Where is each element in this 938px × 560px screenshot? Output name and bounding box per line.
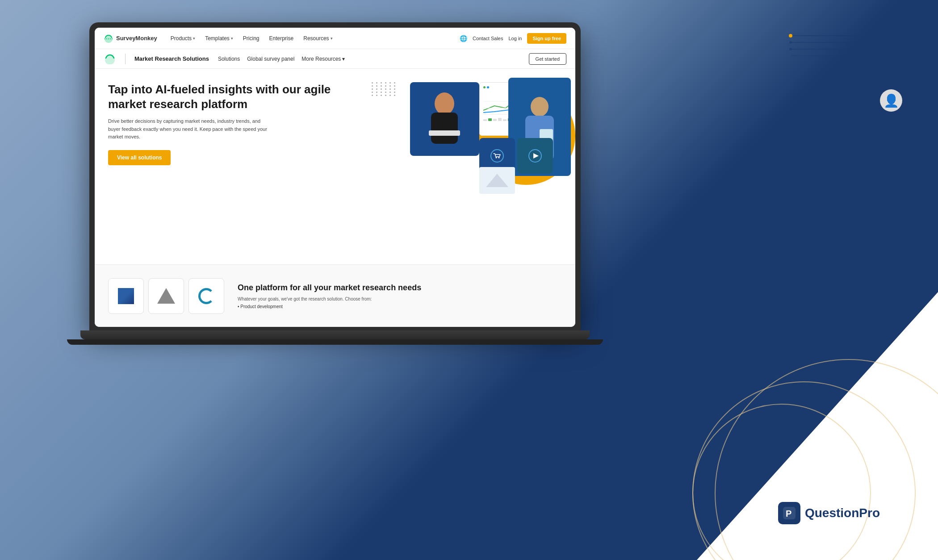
more-chevron: ▾ xyxy=(342,56,345,62)
dots-pattern xyxy=(484,171,511,189)
sub-logo-icon xyxy=(104,54,116,64)
collage-person1 xyxy=(410,82,479,156)
play-icon xyxy=(527,148,543,164)
avatar: 👤 xyxy=(880,89,902,112)
qp-text: QuestionPro xyxy=(805,506,880,520)
svg-rect-9 xyxy=(429,130,460,136)
person1-svg xyxy=(422,88,467,150)
sub-divider xyxy=(125,54,126,64)
hero-title: Tap into AI-fueled insights with our agi… xyxy=(108,82,346,111)
svg-point-17 xyxy=(495,157,497,159)
bottom-list: Product development xyxy=(238,304,562,309)
questionpro-logo: P QuestionPro xyxy=(778,502,880,524)
svg-point-4 xyxy=(789,34,792,38)
bottom-icons xyxy=(108,278,224,314)
legend-green xyxy=(483,86,486,88)
get-started-button[interactable]: Get started xyxy=(529,53,566,65)
svg-point-16 xyxy=(491,150,503,162)
nav-right: 🌐 Contact Sales Log in Sign up free xyxy=(460,33,566,44)
login-link[interactable]: Log in xyxy=(508,36,522,41)
triangle-icon xyxy=(157,288,175,304)
bottom-text: One platform for all your market researc… xyxy=(238,283,562,309)
laptop-bottom xyxy=(67,339,603,345)
laptop-body: SurveyMonkey Products ▾ Templates ▾ Pric… xyxy=(89,22,581,330)
svg-point-18 xyxy=(498,157,499,159)
logo-text: SurveyMonkey xyxy=(116,35,157,42)
laptop-screen: SurveyMonkey Products ▾ Templates ▾ Pric… xyxy=(95,28,575,327)
square-icon xyxy=(118,288,134,304)
logo[interactable]: SurveyMonkey xyxy=(104,34,157,43)
sub-nav-more[interactable]: More Resources ▾ xyxy=(302,56,345,62)
sub-nav-solutions[interactable]: Solutions xyxy=(218,56,240,62)
nav-pricing[interactable]: Pricing xyxy=(239,33,264,43)
hero-right xyxy=(359,69,575,264)
hero-description: Drive better decisions by capturing mark… xyxy=(108,117,269,141)
signup-button[interactable]: Sign up free xyxy=(527,33,566,44)
dot-grid-deco xyxy=(372,82,397,96)
sub-nav-panel[interactable]: Global survey panel xyxy=(247,56,294,62)
svg-text:P: P xyxy=(786,509,791,518)
sub-title: Market Research Solutions xyxy=(134,55,209,62)
svg-point-13 xyxy=(531,97,549,117)
products-chevron: ▾ xyxy=(193,36,195,41)
svg-point-5 xyxy=(789,41,792,44)
hero-left: Tap into AI-fueled insights with our agi… xyxy=(95,69,359,264)
templates-chevron: ▾ xyxy=(231,36,233,41)
bottom-subtitle: Whatever your goals, we've got the resea… xyxy=(238,297,562,301)
bottom-title: One platform for all your market researc… xyxy=(238,283,562,293)
svg-rect-8 xyxy=(431,113,458,144)
laptop: SurveyMonkey Products ▾ Templates ▾ Pric… xyxy=(89,22,581,357)
sub-logo xyxy=(104,54,116,64)
legend-blue xyxy=(487,86,489,88)
sub-nav-links: Solutions Global survey panel More Resou… xyxy=(218,56,520,62)
svg-marker-21 xyxy=(486,174,508,187)
svg-marker-20 xyxy=(533,153,539,159)
icon-box-3 xyxy=(188,278,224,314)
icon-box-1 xyxy=(108,278,144,314)
avatar-icon: 👤 xyxy=(884,93,899,108)
sub-navbar: Market Research Solutions Solutions Glob… xyxy=(95,49,575,69)
resources-chevron: ▾ xyxy=(331,36,333,41)
svg-point-7 xyxy=(435,92,454,115)
hero-collage xyxy=(410,78,571,194)
bottom-section: One platform for all your market researc… xyxy=(95,264,575,327)
circle-icon xyxy=(198,288,214,304)
cart-icon xyxy=(489,148,505,164)
globe-icon[interactable]: 🌐 xyxy=(460,35,467,42)
hero-section: Tap into AI-fueled insights with our agi… xyxy=(95,69,575,264)
nav-resources[interactable]: Resources ▾ xyxy=(299,33,337,43)
bg-curves xyxy=(581,247,938,560)
nav-products[interactable]: Products ▾ xyxy=(166,33,200,43)
dots-area xyxy=(479,167,515,194)
nav-links: Products ▾ Templates ▾ Pricing Enterpris… xyxy=(166,33,460,43)
collage-video xyxy=(517,138,553,174)
icon-box-2 xyxy=(148,278,184,314)
contact-sales-link[interactable]: Contact Sales xyxy=(473,36,503,41)
laptop-base xyxy=(80,330,590,339)
list-item-1: Product development xyxy=(238,304,562,309)
avatar-deco: 👤 xyxy=(880,89,902,112)
screen-content: SurveyMonkey Products ▾ Templates ▾ Pric… xyxy=(95,28,575,327)
qp-icon-svg: P xyxy=(782,506,796,520)
nav-enterprise[interactable]: Enterprise xyxy=(265,33,298,43)
nav-templates[interactable]: Templates ▾ xyxy=(201,33,238,43)
svg-point-6 xyxy=(789,48,792,50)
view-solutions-button[interactable]: View all solutions xyxy=(108,150,171,165)
top-navbar: SurveyMonkey Products ▾ Templates ▾ Pric… xyxy=(95,28,575,49)
surveymonkey-icon xyxy=(104,34,113,43)
qp-icon: P xyxy=(778,502,800,524)
